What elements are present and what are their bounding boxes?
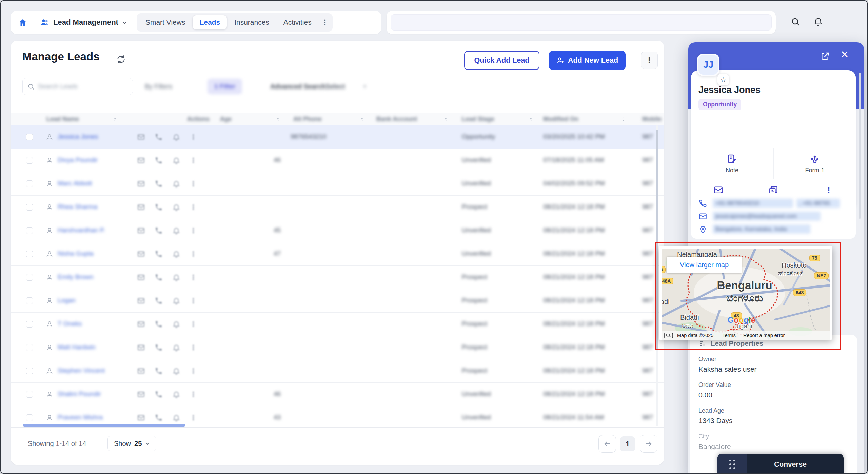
phone-row[interactable]: +91-9876543210 , +91-98765 — [698, 199, 848, 208]
close-icon[interactable]: × — [841, 47, 848, 62]
email-value[interactable]: jessicajones@leadsquared.com — [713, 212, 821, 221]
phone-action-icon[interactable] — [155, 156, 163, 164]
table-row[interactable]: Matt Hardwin ⋮ Prospect 08/21/2024 12:18… — [11, 336, 664, 359]
star-badge[interactable]: ☆ — [717, 74, 729, 85]
phone-action-icon[interactable] — [155, 414, 163, 422]
lead-name-link[interactable]: Harshvardhan P. — [58, 226, 105, 234]
col-modified-on[interactable]: Modified On — [543, 116, 578, 123]
sort-icon[interactable] — [444, 117, 448, 121]
horizontal-scrollbar[interactable] — [23, 424, 185, 427]
table-row[interactable]: Divya Poundir ⋮ 46 Unverified 07/18/2025… — [11, 149, 664, 172]
row-more-icon[interactable]: ⋮ — [190, 203, 197, 211]
lead-name-link[interactable]: Shalini Poundir — [58, 390, 101, 398]
sort-icon[interactable] — [621, 117, 626, 121]
email-action-icon[interactable] — [137, 156, 145, 164]
address-value[interactable]: Bangalore, Karnataka, India — [713, 224, 810, 234]
phone-action-icon[interactable] — [155, 203, 163, 211]
row-checkbox[interactable] — [26, 274, 33, 281]
table-row[interactable]: Harshvardhan P. ⋮ 45 Unverified 08/21/20… — [11, 219, 664, 242]
sort-icon[interactable] — [113, 117, 117, 121]
keyboard-icon[interactable] — [664, 333, 673, 338]
bell-action-icon[interactable] — [172, 297, 180, 305]
table-row[interactable]: Stephen Vincent ⋮ Prospect 08/21/2024 12… — [11, 359, 664, 383]
advanced-search-control[interactable]: Advanced Search — [270, 83, 326, 91]
lead-name-link[interactable]: Logan — [58, 297, 76, 304]
row-more-icon[interactable]: ⋮ — [190, 343, 197, 352]
bell-action-icon[interactable] — [172, 390, 180, 398]
lead-name-link[interactable]: Matt Hardwin — [58, 343, 96, 351]
app-menu[interactable]: Lead Management — [40, 18, 127, 27]
terms-link[interactable]: Terms — [722, 333, 735, 338]
form1-action[interactable]: Form 1 — [773, 148, 856, 179]
email-action-icon[interactable] — [137, 250, 145, 258]
col-mobile[interactable]: Mobile — [642, 116, 662, 123]
phone-action-icon[interactable] — [155, 250, 163, 258]
lead-name-link[interactable]: Emily Brown — [58, 273, 94, 281]
table-row[interactable]: Shalini Poundir ⋮ 46 Unverified 08/21/20… — [11, 383, 664, 406]
table-row[interactable]: Rhea Sharma ⋮ Prospect 08/21/2024 12:18 … — [11, 196, 664, 219]
bell-action-icon[interactable] — [172, 226, 180, 235]
phone-action-icon[interactable] — [155, 367, 163, 375]
row-more-icon[interactable]: ⋮ — [190, 390, 197, 398]
col-lead-stage[interactable]: Lead Stage — [462, 116, 494, 123]
search-icon[interactable] — [791, 17, 800, 26]
row-more-icon[interactable]: ⋮ — [190, 133, 197, 141]
view-larger-map-link[interactable]: View larger map — [667, 257, 742, 273]
row-checkbox[interactable] — [26, 204, 33, 211]
row-more-icon[interactable]: ⋮ — [190, 414, 197, 422]
email-action-icon[interactable] — [137, 390, 145, 398]
lead-name-link[interactable]: Rhea Sharma — [58, 203, 97, 211]
bell-icon[interactable] — [813, 16, 823, 26]
row-more-icon[interactable]: ⋮ — [190, 250, 197, 258]
row-checkbox[interactable] — [26, 251, 33, 257]
add-new-lead-button[interactable]: Add New Lead — [549, 51, 626, 70]
col-bank-account[interactable]: Bank Account — [376, 116, 417, 123]
tab-insurances[interactable]: Insurances — [228, 15, 276, 29]
row-more-icon[interactable]: ⋮ — [190, 180, 197, 188]
phone-value[interactable]: +91-9876543210 — [713, 199, 793, 208]
phone-value-2[interactable]: , +91-98765 — [796, 199, 840, 208]
page-more-button[interactable]: ⋮ — [641, 52, 658, 69]
phone-action-icon[interactable] — [155, 343, 163, 352]
row-more-icon[interactable]: ⋮ — [190, 273, 197, 281]
phone-action-icon[interactable] — [155, 180, 163, 188]
sort-icon[interactable] — [276, 117, 280, 121]
select-control[interactable]: Select — [326, 83, 345, 91]
row-checkbox[interactable] — [26, 414, 33, 421]
bell-action-icon[interactable] — [172, 320, 180, 328]
phone-action-icon[interactable] — [155, 226, 163, 235]
quick-add-lead-button[interactable]: Quick Add Lead — [464, 51, 539, 70]
lead-name-link[interactable]: Praveen Mishra — [58, 414, 103, 421]
bell-action-icon[interactable] — [172, 133, 180, 141]
tab-activities[interactable]: Activities — [277, 15, 318, 29]
bell-action-icon[interactable] — [172, 180, 180, 188]
bell-action-icon[interactable] — [172, 273, 180, 281]
nav-more-icon[interactable]: ⋮ — [319, 18, 331, 26]
global-search-input[interactable] — [391, 14, 772, 31]
col-actions[interactable]: Actions — [187, 116, 210, 123]
lead-name-link[interactable]: Stephen Vincent — [58, 367, 105, 374]
lead-name-link[interactable]: Marc Abbott — [58, 180, 92, 187]
row-checkbox[interactable] — [26, 227, 33, 234]
converse-drag-handle[interactable] — [717, 454, 747, 474]
email-action-icon[interactable] — [137, 414, 145, 422]
open-in-new-icon[interactable] — [820, 51, 830, 61]
col-age[interactable]: Age — [220, 116, 232, 123]
row-more-icon[interactable]: ⋮ — [190, 367, 197, 375]
bell-action-icon[interactable] — [172, 414, 180, 422]
sort-icon[interactable] — [529, 117, 533, 121]
email-action-icon[interactable] — [137, 203, 145, 211]
active-filter-chip[interactable]: 1 Filter — [208, 79, 242, 94]
row-more-icon[interactable]: ⋮ — [190, 226, 197, 235]
lead-name-link[interactable]: Nisha Gupta — [58, 250, 94, 257]
phone-action-icon[interactable] — [155, 297, 163, 305]
email-action-icon[interactable] — [137, 180, 145, 188]
row-checkbox[interactable] — [26, 391, 33, 398]
col-alt-phone[interactable]: Alt Phone — [293, 116, 322, 123]
table-row[interactable]: Nisha Gupta ⋮ 47 Unverified 08/21/2024 1… — [11, 242, 664, 266]
col-lead-name[interactable]: Lead Name — [46, 116, 79, 123]
prev-page-button[interactable] — [598, 435, 616, 453]
next-page-button[interactable] — [640, 435, 657, 453]
row-checkbox[interactable] — [26, 368, 33, 374]
email-action-icon[interactable] — [137, 273, 145, 281]
